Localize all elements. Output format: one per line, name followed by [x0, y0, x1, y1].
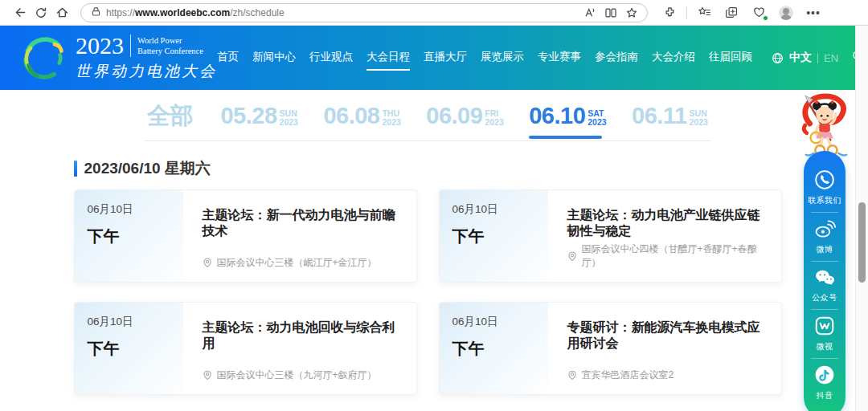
browser-toolbar: https://www.worldeebc.com/zh/schedule [0, 0, 868, 26]
location-pin-icon [203, 258, 212, 268]
essentials-badge [763, 15, 768, 21]
social-float-widget: 联系我们 微博 公众号 [804, 151, 845, 411]
wechat-icon [814, 267, 836, 287]
url-text[interactable]: https://www.worldeebc.com/zh/schedule [106, 7, 285, 18]
nav-item[interactable]: 行业观点 [309, 50, 353, 66]
nav-item[interactable]: 展览展示 [481, 50, 524, 66]
nav-item[interactable]: 直播大厅 [424, 50, 467, 66]
address-bar[interactable]: https://www.worldeebc.com/zh/schedule [80, 3, 648, 22]
nezha-mascot-image [799, 90, 850, 159]
event-title: 主题论坛：动力电池产业链供应链韧性与稳定 [567, 207, 765, 239]
logo-en-name: World PowerBattery Conference [137, 35, 203, 56]
event-title: 主题论坛：动力电池回收与综合利用 [203, 319, 400, 352]
event-period: 下午 [452, 226, 548, 247]
weibo-button[interactable]: 微博 [814, 213, 836, 261]
event-body: 主题论坛：动力电池产业链供应链韧性与稳定 国际会议中心四楼（甘醴厅+香醪厅+春酿… [548, 190, 781, 282]
back-icon[interactable] [10, 4, 31, 22]
event-location: 国际会议中心三楼（九河厅+叙府厅） [203, 368, 400, 382]
event-card[interactable]: 06月10日 下午 主题论坛：动力电池回收与综合利用 国际会议中心三楼（九河厅+… [74, 302, 417, 395]
event-period: 下午 [88, 338, 183, 360]
event-cards: 06月10日 下午 主题论坛：新一代动力电池与前瞻技术 国际会议中心三楼（岷江厅… [74, 189, 782, 395]
event-period: 下午 [88, 226, 183, 247]
event-date: 06月10日 [88, 202, 183, 217]
favorites-bar-icon[interactable] [694, 4, 714, 22]
location-pin-icon [567, 251, 577, 262]
weishi-icon [814, 315, 835, 336]
scrollbar-thumb[interactable] [858, 202, 866, 283]
page-scrollbar[interactable] [855, 26, 868, 411]
event-period: 下午 [452, 338, 548, 360]
nav-item[interactable]: 往届回顾 [709, 50, 752, 66]
event-location: 宜宾华邑酒店会议室2 [567, 368, 765, 382]
weishi-button[interactable]: 微视 [814, 310, 835, 358]
collections-icon[interactable] [721, 4, 742, 22]
event-title: 主题论坛：新一代动力电池与前瞻技术 [203, 207, 400, 239]
globe-logo-icon [21, 35, 66, 80]
douyin-button[interactable]: 抖音 [814, 359, 835, 407]
title-accent-bar [74, 161, 77, 177]
date-tab[interactable]: 06.11 SUN 2023 [632, 104, 708, 128]
douyin-icon [814, 364, 835, 385]
profile-avatar[interactable] [776, 4, 796, 22]
section-title: 2023/06/10 星期六 [74, 158, 782, 179]
event-body: 主题论坛：动力电池回收与综合利用 国际会议中心三楼（九河厅+叙府厅） [183, 303, 416, 394]
event-card[interactable]: 06月10日 下午 主题论坛：动力电池产业链供应链韧性与稳定 国际会议中心四楼（… [439, 189, 782, 283]
nav-item[interactable]: 大会介绍 [652, 50, 695, 66]
section-title-text: 2023/06/10 星期六 [84, 158, 211, 179]
toolbar-divider [686, 6, 687, 19]
event-date: 06月10日 [452, 202, 548, 217]
settings-menu-icon[interactable]: ••• [803, 4, 824, 22]
wechat-official-button[interactable]: 公众号 [812, 262, 837, 309]
event-body: 主题论坛：新一代动力电池与前瞻技术 国际会议中心三楼（岷江厅+金江厅） [183, 190, 416, 282]
site-logo[interactable]: 2023 World PowerBattery Conference 世界动力电… [21, 34, 217, 82]
event-date-panel: 06月10日 下午 [440, 190, 548, 282]
date-tab[interactable]: 06.09 FRI 2023 [426, 104, 503, 128]
contact-us-button[interactable]: 联系我们 [808, 164, 841, 212]
event-title: 专题研讨：新能源汽车换电模式应用研讨会 [567, 319, 765, 352]
nav-item[interactable]: 大会日程 [366, 50, 410, 66]
event-date-panel: 06月10日 下午 [75, 303, 183, 394]
globe-icon [772, 52, 784, 64]
split-screen-icon[interactable] [600, 4, 621, 22]
event-date: 06月10日 [88, 315, 183, 329]
site-header: 2023 World PowerBattery Conference 世界动力电… [0, 26, 855, 90]
schedule-content: 2023/06/10 星期六 06月10日 下午 主题论坛：新一代动力电池与前瞻… [74, 158, 782, 395]
language-switcher: 中文 EN [772, 50, 865, 66]
weibo-icon [814, 218, 836, 239]
nav-item[interactable]: 参会指南 [595, 50, 638, 66]
browser-essentials-icon[interactable] [748, 4, 769, 22]
event-date: 06月10日 [452, 315, 548, 329]
event-body: 专题研讨：新能源汽车换电模式应用研讨会 宜宾华邑酒店会议室2 [548, 303, 781, 394]
nav-item[interactable]: 新闻中心 [252, 50, 296, 66]
favorite-star-icon[interactable] [621, 4, 642, 22]
lang-divider [817, 53, 818, 63]
lang-zh[interactable]: 中文 [789, 51, 812, 65]
date-tabs: 全部 05.28 SUN 2023 06.08 THU 2023 [144, 101, 711, 141]
home-icon[interactable] [51, 4, 72, 22]
location-pin-icon [203, 370, 212, 380]
refresh-icon[interactable] [31, 4, 51, 22]
logo-divider [130, 35, 131, 57]
nav-item[interactable]: 专业赛事 [538, 50, 581, 66]
logo-cn-name: 世界动力电池大会 [76, 61, 217, 82]
event-date-panel: 06月10日 下午 [440, 303, 548, 394]
extensions-icon[interactable] [659, 4, 680, 22]
location-pin-icon [567, 370, 577, 380]
logo-year: 2023 [76, 34, 124, 58]
date-tab[interactable]: 全部 [147, 104, 195, 128]
date-tab[interactable]: 06.08 THU 2023 [323, 104, 400, 128]
lock-icon[interactable] [91, 6, 101, 20]
event-location: 国际会议中心三楼（岷江厅+金江厅） [203, 256, 400, 270]
event-card[interactable]: 06月10日 下午 专题研讨：新能源汽车换电模式应用研讨会 宜宾华邑酒店会议室2 [439, 302, 782, 395]
logo-text: 2023 World PowerBattery Conference 世界动力电… [76, 34, 217, 82]
page-body: 2023 World PowerBattery Conference 世界动力电… [0, 26, 855, 411]
toolbar-right-icons: ••• [659, 4, 824, 22]
phone-icon [814, 169, 835, 190]
event-card[interactable]: 06月10日 下午 主题论坛：新一代动力电池与前瞻技术 国际会议中心三楼（岷江厅… [74, 189, 417, 283]
read-aloud-icon[interactable] [579, 4, 600, 22]
main-nav: 首页 新闻中心 行业观点 大会日程 直播大厅 展览展示 专业赛事 参会指南 大会… [217, 50, 752, 66]
date-tab[interactable]: 06.10 SAT 2023 [529, 104, 606, 128]
lang-en[interactable]: EN [824, 52, 838, 64]
date-tab[interactable]: 05.28 SUN 2023 [220, 104, 297, 128]
nav-item[interactable]: 首页 [217, 50, 239, 66]
